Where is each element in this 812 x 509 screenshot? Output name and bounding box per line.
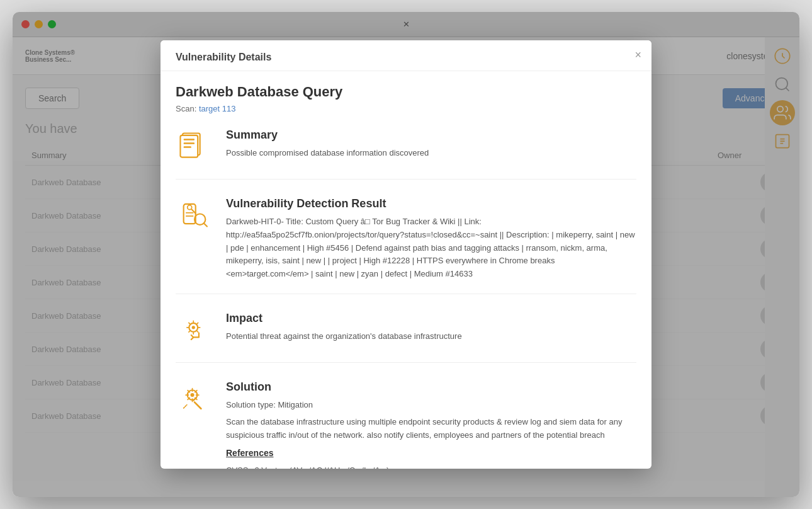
detection-section: Vulnerability Detection Result Darkweb-H… — [176, 197, 636, 294]
vulnerability-details-modal: Vulnerability Details × Darkweb Database… — [161, 40, 651, 469]
impact-section: Impact Potential threat against the orga… — [176, 312, 636, 363]
summary-text: Possible compromised database informatio… — [226, 147, 636, 160]
modal-overlay[interactable]: Vulnerability Details × Darkweb Database… — [13, 12, 799, 497]
references-section: References CVSS v2 Vector: (AV:n/AC:l/AU… — [226, 448, 636, 469]
solution-icon — [176, 380, 213, 418]
svg-point-16 — [192, 326, 195, 329]
summary-content: Summary Possible compromised database in… — [226, 129, 636, 166]
detection-title: Vulnerability Detection Result — [226, 197, 636, 210]
solution-text: Scan the database infrastructure using m… — [226, 416, 636, 442]
svg-rect-8 — [180, 135, 198, 157]
scan-link[interactable]: target 113 — [199, 104, 236, 113]
references-text: CVSS v2 Vector: (AV:n/AC:l/AU:n/C:c/I:c/… — [226, 463, 636, 469]
scan-label: Scan: — [176, 104, 196, 113]
svg-rect-12 — [184, 204, 196, 224]
cvss-line: CVSS v2 Vector: (AV:n/AC:l/AU:n/C:c/I:c/… — [226, 463, 636, 469]
modal-header: Vulnerability Details × — [161, 40, 651, 71]
svg-point-18 — [191, 393, 195, 397]
solution-title: Solution — [226, 380, 636, 394]
detection-content: Vulnerability Detection Result Darkweb-H… — [226, 197, 636, 281]
detection-text: Darkweb-HIT-0- Title: Custom Query â□ To… — [226, 215, 636, 281]
impact-title: Impact — [226, 312, 636, 325]
svg-rect-10 — [184, 142, 195, 144]
impact-text: Potential threat against the organizatio… — [226, 330, 636, 343]
solution-type: Solution type: Mitigation — [226, 399, 636, 412]
modal-close-button[interactable]: × — [634, 49, 641, 60]
summary-title: Summary — [226, 129, 636, 142]
modal-body: Darkweb Database Query Scan: target 113 — [161, 71, 651, 469]
summary-section: Summary Possible compromised database in… — [176, 129, 636, 180]
browser-window: ✕ Clone Systems® Business Sec... clonesy… — [13, 12, 799, 497]
modal-scan-line: Scan: target 113 — [176, 104, 636, 113]
solution-section: Solution Solution type: Mitigation Scan … — [176, 380, 636, 469]
modal-header-title: Vulnerability Details — [176, 52, 271, 62]
svg-rect-9 — [184, 139, 195, 140]
svg-point-13 — [188, 205, 192, 210]
summary-icon — [176, 129, 213, 166]
impact-content: Impact Potential threat against the orga… — [226, 312, 636, 350]
solution-content: Solution Solution type: Mitigation Scan … — [226, 380, 636, 469]
modal-main-title: Darkweb Database Query — [176, 84, 636, 100]
impact-icon — [176, 312, 213, 350]
svg-rect-11 — [184, 146, 191, 148]
references-title: References — [226, 448, 636, 458]
detection-icon — [176, 197, 213, 235]
